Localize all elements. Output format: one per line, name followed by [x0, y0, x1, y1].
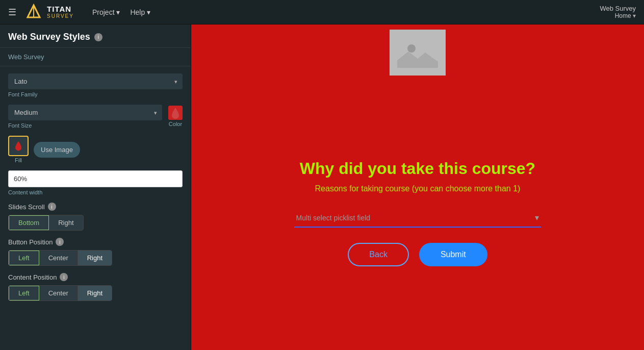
fill-box[interactable]: Fill — [8, 136, 29, 163]
sidebar-header: Web Survey Styles i — [0, 24, 191, 48]
image-placeholder-icon — [397, 37, 438, 68]
multi-select-dropdown[interactable]: Multi select picklist field ▾ — [294, 209, 542, 228]
fill-label: Fill — [15, 157, 22, 163]
content-position-right-btn[interactable]: Right — [78, 286, 112, 301]
sidebar-section-label: Web Survey — [0, 48, 191, 66]
survey-subtitle: Reasons for taking course (you can choos… — [315, 184, 521, 193]
back-button[interactable]: Back — [348, 243, 409, 266]
slides-scroll-right-btn[interactable]: Right — [49, 215, 83, 230]
dropdown-placeholder: Multi select picklist field — [296, 214, 371, 222]
color-drop-icon — [168, 106, 183, 120]
slides-scroll-label: Slides Scroll i — [8, 203, 183, 211]
content-width-row: Content width — [8, 170, 183, 195]
button-position-right-btn[interactable]: Right — [78, 251, 112, 265]
content-position-left-btn[interactable]: Left — [9, 286, 39, 301]
sidebar-title: Web Survey Styles — [8, 32, 90, 42]
button-position-label: Button Position i — [8, 238, 183, 246]
sidebar-content: Lato Arial Roboto Open Sans ▾ Font Famil… — [0, 66, 191, 315]
nav-right: Why did you take this course? Web Survey… — [600, 5, 636, 19]
color-swatch-btn[interactable] — [168, 106, 183, 120]
project-nav-link[interactable]: Font Family Project ▾ — [92, 8, 120, 16]
font-family-select[interactable]: Lato Arial Roboto Open Sans — [8, 73, 183, 89]
submit-button[interactable]: Submit — [419, 243, 487, 266]
dropdown-arrow-icon: ▾ — [535, 213, 539, 222]
color-swatch-area: Color — [168, 106, 183, 127]
main-body: Web Survey Styles i Web Survey Lato Aria… — [0, 24, 644, 350]
button-position-row: Button Position i Left Center Right — [8, 238, 183, 266]
slides-scroll-row: Slides Scroll i Bottom Right — [8, 203, 183, 231]
content-position-row: Content Position i Left Center Right — [8, 273, 183, 301]
button-position-toggle: Left Center Right — [8, 250, 112, 266]
font-family-label: Font Family — [8, 91, 183, 97]
action-buttons: Back Submit — [348, 243, 487, 266]
font-family-select-wrap: Lato Arial Roboto Open Sans ▾ — [8, 73, 183, 89]
menu-icon[interactable]: ☰ — [8, 7, 16, 18]
slides-scroll-info-icon[interactable]: i — [48, 203, 56, 211]
top-nav: ☰ TITAN SURVEY Font Family Project ▾ Hel… — [0, 0, 644, 24]
button-position-center-btn[interactable]: Center — [39, 251, 78, 265]
sidebar-title-info-icon[interactable]: i — [94, 33, 102, 41]
nav-home-link[interactable]: Home ▾ — [600, 12, 636, 19]
font-size-select[interactable]: Small Medium Large — [8, 105, 162, 120]
content-position-info-icon[interactable]: i — [60, 273, 68, 281]
content-width-label: Content width — [8, 189, 183, 195]
content-position-label: Content Position i — [8, 273, 183, 281]
font-size-select-wrap: Small Medium Large ▾ — [8, 105, 162, 120]
font-family-row: Lato Arial Roboto Open Sans ▾ Font Famil… — [8, 73, 183, 97]
fill-bg-row: Fill Use Image — [8, 136, 183, 163]
font-size-row: Small Medium Large ▾ Font Size — [8, 105, 162, 129]
logo-text: TITAN SURVEY — [47, 5, 74, 19]
logo-survey-label: SURVEY — [47, 13, 74, 19]
nav-links: Font Family Project ▾ Help ▾ — [92, 8, 150, 16]
help-nav-link[interactable]: Help ▾ — [130, 8, 150, 16]
slides-scroll-bottom-btn[interactable]: Bottom — [9, 215, 49, 230]
preview-image-placeholder — [390, 30, 446, 76]
preview-area: Why did you take this course? Reasons fo… — [191, 24, 644, 350]
svg-point-14 — [407, 44, 416, 53]
slides-scroll-toggle: Bottom Right — [8, 215, 84, 231]
survey-question: Why did you take this course? — [300, 159, 535, 178]
content-position-center-btn[interactable]: Center — [39, 286, 78, 301]
fill-color-btn[interactable] — [8, 136, 29, 156]
nav-page-title: Web Survey — [600, 5, 636, 12]
sidebar: Web Survey Styles i Web Survey Lato Aria… — [0, 24, 191, 350]
use-image-button[interactable]: Use Image — [34, 142, 80, 158]
logo-titan-label: TITAN — [47, 5, 74, 14]
logo: TITAN SURVEY — [24, 3, 74, 21]
content-width-input[interactable] — [8, 170, 183, 187]
button-position-left-btn[interactable]: Left — [9, 251, 39, 265]
content-position-toggle: Left Center Right — [8, 285, 112, 301]
font-size-label: Font Size — [8, 122, 162, 129]
color-label: Color — [169, 121, 182, 127]
preview-content: Why did you take this course? Reasons fo… — [191, 76, 644, 350]
fill-drop-icon — [12, 140, 24, 152]
logo-icon — [24, 3, 43, 21]
button-position-info-icon[interactable]: i — [56, 238, 64, 246]
